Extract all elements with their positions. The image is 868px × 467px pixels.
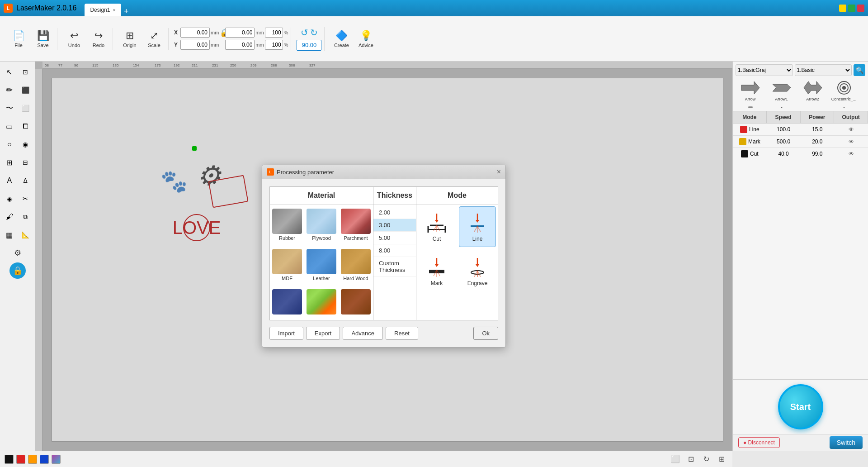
shape-concentric[interactable]: Concentric_... (829, 78, 859, 102)
advance-button[interactable]: Advance (343, 327, 383, 340)
material-rubber[interactable]: Rubber (270, 205, 304, 245)
shape-arrow2[interactable]: Arrow2 (798, 78, 827, 102)
import-button[interactable]: Import (269, 327, 303, 340)
switch-button[interactable]: Switch (830, 436, 863, 449)
text-tool[interactable]: A (2, 172, 17, 189)
layer-row-mark[interactable]: Mark 500.0 20.0 👁 (733, 136, 868, 148)
material-plywood[interactable]: Plywood (304, 205, 339, 245)
reset-button[interactable]: Reset (386, 327, 418, 340)
rect-tool[interactable]: ▭ (2, 118, 17, 135)
shape-five-point[interactable]: Five-pointe... (829, 104, 859, 108)
mode-mark[interactable]: Mark (418, 251, 455, 291)
grid-bottom-tool[interactable]: ⊞ (715, 453, 728, 466)
maximize-button[interactable] (848, 5, 855, 12)
h-percent[interactable] (265, 40, 283, 50)
dialog-close-button[interactable]: × (497, 168, 501, 176)
circle2-tool[interactable]: ◉ (18, 136, 33, 153)
circle-tool[interactable]: ○ (2, 136, 17, 153)
gradient-swatch[interactable] (52, 455, 61, 464)
shape-cross-arrow[interactable]: Cross_arrow (767, 104, 796, 108)
ok-button[interactable]: Ok (473, 327, 498, 340)
x-input[interactable] (180, 28, 210, 38)
mode-engrave[interactable]: Engrave (459, 251, 496, 291)
blue-swatch[interactable] (40, 455, 49, 464)
thickness-8[interactable]: 8.00 (373, 244, 416, 257)
w-percent[interactable] (265, 28, 283, 38)
eraser-tool[interactable]: ✂ (18, 190, 33, 207)
thickness-5[interactable]: 5.00 (373, 232, 416, 244)
rotate-ccw-icon[interactable]: ↺ (301, 27, 308, 38)
text2-tool[interactable]: Δ (18, 172, 33, 189)
mode-cut[interactable]: Cut (418, 206, 455, 247)
undo-button[interactable]: ↩ Undo (63, 28, 85, 50)
material-hardwood[interactable]: Hard Wood (339, 245, 373, 285)
line-visibility-toggle[interactable]: 👁 (849, 126, 854, 133)
export-button[interactable]: Export (306, 327, 340, 340)
measure-tool[interactable]: 📐 (18, 226, 33, 243)
material-parchment[interactable]: Parchment (339, 205, 373, 245)
copy-tool[interactable]: ⬜ (18, 100, 33, 117)
material-multi[interactable] (304, 285, 339, 320)
refresh-tool[interactable]: ↻ (700, 453, 712, 466)
shape-category-dropdown2[interactable]: 1.Basic (795, 64, 852, 76)
save-button[interactable]: 💾 Save (32, 28, 54, 50)
file-button[interactable]: 📄 File (7, 28, 30, 50)
curve-tool[interactable]: 〜 (2, 100, 17, 117)
node-tool[interactable]: ⊡ (18, 63, 33, 81)
shape-category-dropdown1[interactable]: 1.BasicGraj (736, 64, 793, 76)
pen-tool[interactable]: ✏ (2, 81, 17, 99)
design-tab[interactable]: Design1 × (85, 4, 121, 16)
mode-line[interactable]: Line (459, 206, 496, 247)
rect2-tool[interactable]: ⧠ (18, 118, 33, 135)
redo-button[interactable]: ↪ Redo (87, 28, 110, 50)
edit-node-tool[interactable]: ⬛ (18, 81, 33, 99)
y-input[interactable] (180, 40, 210, 50)
minimize-button[interactable] (839, 5, 846, 12)
canvas-area[interactable]: 58 77 96 115 135 154 173 192 211 231 250… (35, 62, 732, 451)
table-tool[interactable]: ▦ (2, 226, 17, 243)
rotation-group: ↺ ↻ (294, 27, 325, 51)
cut-visibility-toggle[interactable]: 👁 (849, 151, 854, 157)
layers-tool[interactable]: ⧉ (18, 208, 33, 225)
material-mdf[interactable]: MDF (270, 245, 304, 285)
disconnect-button[interactable]: ● Disconnect (738, 437, 780, 448)
scale-button[interactable]: ⤢ Scale (143, 28, 165, 50)
shape-arrow[interactable]: Arrow (736, 78, 765, 102)
shape-arrow1[interactable]: Arrow1 (767, 78, 796, 102)
settings-tool[interactable]: ⚙ (2, 244, 33, 262)
grid2-tool[interactable]: ⊟ (18, 154, 33, 171)
paint-tool[interactable]: 🖌 (2, 208, 17, 225)
layer-row-cut[interactable]: Cut 40.0 99.0 👁 (733, 148, 868, 160)
red-swatch[interactable] (16, 455, 25, 464)
start-button[interactable]: Start (778, 384, 823, 429)
advice-button[interactable]: 💡 Advice (354, 28, 377, 50)
thickness-3[interactable]: 3.00 (373, 219, 416, 232)
black-swatch[interactable] (5, 455, 14, 464)
h-input[interactable] (225, 40, 255, 50)
mark-visibility-toggle[interactable]: 👁 (849, 138, 854, 145)
crop-tool[interactable]: ⊡ (684, 453, 697, 466)
rotate-cw-icon[interactable]: ↻ (310, 27, 318, 38)
tab-close[interactable]: × (113, 7, 115, 13)
new-tab-button[interactable]: + (121, 7, 132, 16)
fill-tool[interactable]: ◈ (2, 190, 17, 207)
rotation-input[interactable] (297, 40, 321, 51)
shape-double-arrow[interactable]: Double_arrow (798, 104, 827, 108)
select-tool[interactable]: ↖ (2, 63, 17, 81)
material-leather[interactable]: Leather (304, 245, 339, 285)
create-button[interactable]: 🔷 Create (330, 28, 353, 50)
thickness-2[interactable]: 2.00 (373, 206, 416, 219)
shape-cross[interactable]: Cross (736, 104, 765, 108)
w-input[interactable] (225, 28, 255, 38)
grid-tool[interactable]: ⊞ (2, 154, 17, 171)
select-rect-tool[interactable]: ⬜ (669, 453, 682, 466)
shape-search-button[interactable]: 🔍 (854, 64, 865, 76)
orange-swatch[interactable] (28, 455, 37, 464)
material-brown[interactable] (339, 285, 373, 320)
layer-row-line[interactable]: Line 100.0 15.0 👁 (733, 124, 868, 136)
thickness-custom[interactable]: Custom Thickness (373, 257, 416, 276)
origin-button[interactable]: ⊞ Origin (118, 28, 141, 50)
close-button[interactable] (857, 5, 864, 12)
lock-tool[interactable]: 🔒 (9, 262, 26, 279)
material-fabric[interactable] (270, 285, 304, 320)
